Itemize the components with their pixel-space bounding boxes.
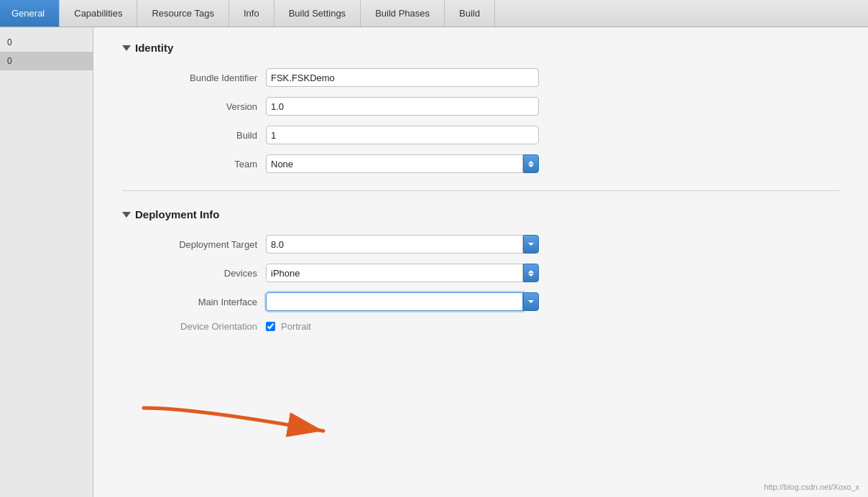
team-label: Team: [122, 159, 266, 169]
tab-resource-tags[interactable]: Resource Tags: [137, 0, 228, 27]
deployment-target-arrow[interactable]: [523, 235, 539, 254]
devices-chevron-down-icon: [528, 274, 534, 277]
identity-section-header: Identity: [122, 42, 839, 54]
device-orientation-label: Device Orientation: [122, 321, 266, 332]
tab-info[interactable]: Info: [229, 0, 274, 27]
deployment-section: Deployment Info Deployment Target 8.0: [122, 208, 839, 332]
devices-select[interactable]: iPhone: [266, 264, 523, 282]
version-row: Version: [122, 97, 839, 116]
identity-section: Identity Bundle Identifier Version Build: [122, 42, 839, 173]
sidebar-item-0[interactable]: 0: [0, 33, 93, 52]
tab-bar: General Capabilities Resource Tags Info …: [0, 0, 868, 27]
build-input[interactable]: [266, 126, 539, 144]
devices-label: Devices: [122, 268, 266, 279]
bundle-identifier-input[interactable]: [266, 68, 539, 87]
main-interface-row: Main Interface: [122, 292, 839, 311]
chevron-up-icon: [528, 161, 534, 164]
deployment-target-chevron-icon: [528, 243, 534, 246]
identity-title: Identity: [135, 42, 173, 54]
section-divider: [122, 190, 839, 191]
devices-arrows[interactable]: [523, 264, 539, 282]
sidebar: 0 0: [0, 27, 93, 497]
deployment-target-select[interactable]: 8.0: [266, 235, 523, 254]
tab-build-settings[interactable]: Build Settings: [274, 0, 361, 27]
version-input[interactable]: [266, 97, 539, 116]
team-select-arrows[interactable]: [523, 154, 539, 173]
deployment-section-header: Deployment Info: [122, 208, 839, 220]
orange-arrow-right: [137, 401, 359, 444]
tab-capabilities[interactable]: Capabilities: [60, 0, 137, 27]
team-select[interactable]: None: [266, 154, 523, 173]
content-area: Identity Bundle Identifier Version Build: [93, 27, 868, 497]
sidebar-item-1[interactable]: 0: [0, 52, 93, 70]
deployment-title: Deployment Info: [135, 208, 220, 220]
device-orientation-row: Device Orientation Portrait: [122, 321, 839, 332]
identity-collapse-icon[interactable]: [122, 45, 131, 51]
watermark: http://blog.csdn.net/Xoxo_x: [764, 483, 859, 491]
deployment-target-row: Deployment Target 8.0: [122, 235, 839, 254]
devices-chevron-up-icon: [528, 270, 534, 273]
tab-build-phases[interactable]: Build Phases: [361, 0, 445, 27]
chevron-down-icon: [528, 164, 534, 167]
portrait-checkbox[interactable]: [266, 322, 275, 331]
team-select-container: None: [266, 154, 539, 173]
bundle-identifier-row: Bundle Identifier: [122, 68, 839, 87]
main-interface-label: Main Interface: [122, 297, 266, 307]
portrait-label: Portrait: [281, 321, 311, 332]
main-interface-select[interactable]: [266, 292, 523, 311]
deployment-collapse-icon[interactable]: [122, 212, 131, 218]
tab-general[interactable]: General: [0, 0, 60, 27]
bundle-identifier-label: Bundle Identifier: [122, 73, 266, 83]
devices-container: iPhone: [266, 264, 539, 282]
build-row: Build: [122, 126, 839, 144]
main-interface-container: [266, 292, 539, 311]
version-label: Version: [122, 101, 266, 112]
main-interface-chevron-icon: [528, 300, 534, 303]
team-row: Team None: [122, 154, 839, 173]
tab-build[interactable]: Build: [445, 0, 495, 27]
deployment-target-label: Deployment Target: [122, 239, 266, 250]
build-label: Build: [122, 130, 266, 141]
main-interface-arrow[interactable]: [523, 292, 539, 311]
devices-row: Devices iPhone: [122, 264, 839, 282]
deployment-target-container: 8.0: [266, 235, 539, 254]
